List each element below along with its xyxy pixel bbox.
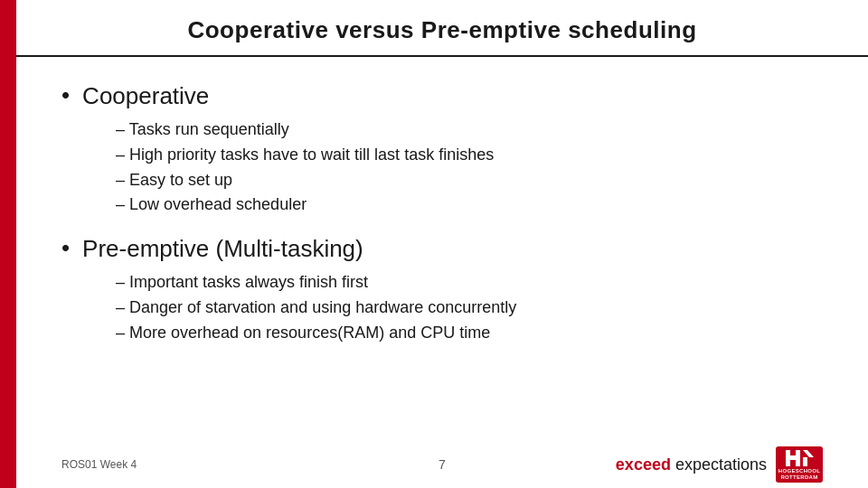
svg-rect-3 [803, 457, 807, 466]
slide-header: Cooperative versus Pre-emptive schedulin… [16, 0, 868, 57]
footer-page-number: 7 [439, 457, 446, 472]
heading-cooperative: Cooperative [82, 81, 209, 112]
sub-bullet-coop-3: Easy to set up [116, 168, 823, 193]
bullet-main-preemptive: • Pre-emptive (Multi-tasking) [61, 234, 823, 265]
heading-preemptive: Pre-emptive (Multi-tasking) [82, 234, 363, 265]
section-preemptive: • Pre-emptive (Multi-tasking) Important … [61, 234, 823, 345]
red-accent-bar [0, 0, 16, 488]
bullet-dot-2: • [61, 234, 70, 262]
footer-course-label: ROS01 Week 4 [61, 458, 137, 471]
bullet-dot-1: • [61, 81, 70, 109]
slide-title: Cooperative versus Pre-emptive schedulin… [52, 16, 832, 44]
svg-rect-2 [796, 450, 800, 466]
svg-marker-4 [803, 450, 814, 457]
exceed-word: exceed [616, 455, 671, 474]
sub-bullet-pre-2: Danger of starvation and using hardware … [116, 296, 823, 321]
sub-bullet-coop-1: Tasks run sequentially [116, 117, 823, 143]
bullet-main-cooperative: • Cooperative [61, 81, 823, 112]
sub-bullet-coop-4: Low overhead scheduler [116, 192, 823, 218]
hogeschool-logo: HOGESCHOOLROTTERDAM [776, 446, 823, 483]
slide: Cooperative versus Pre-emptive schedulin… [0, 0, 868, 488]
section-cooperative: • Cooperative Tasks run sequentially Hig… [61, 81, 823, 218]
slide-content: • Cooperative Tasks run sequentially Hig… [16, 72, 868, 434]
exceed-text-group: exceed expectations [616, 455, 767, 474]
sub-bullet-coop-2: High priority tasks have to wait till la… [116, 143, 823, 168]
expectations-word: expectations [671, 455, 767, 474]
sub-bullet-pre-3: More overhead on resources(RAM) and CPU … [116, 321, 823, 346]
hs-logo-text: HOGESCHOOLROTTERDAM [778, 468, 820, 481]
sub-bullets-cooperative: Tasks run sequentially High priority tas… [116, 117, 823, 219]
sub-bullets-preemptive: Important tasks always finish first Dang… [116, 270, 823, 346]
footer-branding: exceed expectations HOGESCHOOLROTTERDAM [616, 446, 823, 483]
sub-bullet-pre-1: Important tasks always finish first [116, 270, 823, 296]
hs-logo-icon [783, 448, 816, 468]
slide-footer: ROS01 Week 4 7 exceed expectations HOGES… [16, 441, 868, 488]
